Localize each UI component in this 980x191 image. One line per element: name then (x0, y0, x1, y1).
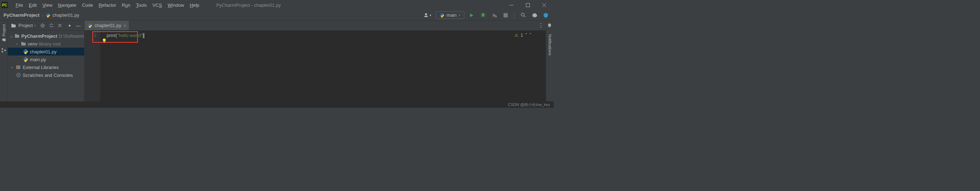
breadcrumb: PyCharmProject › chapter01.py (3, 13, 79, 18)
tab-label: chapter01.py (94, 23, 121, 28)
menu-code[interactable]: Code (79, 1, 96, 9)
tree-venv-folder[interactable]: venv library root (8, 40, 84, 48)
tree-node-label: main.py (30, 57, 46, 62)
expand-all-button[interactable] (48, 22, 54, 29)
search-everywhere-button[interactable] (519, 11, 527, 19)
python-file-icon (23, 57, 29, 62)
intention-bulb-icon[interactable]: 💡 (102, 38, 107, 43)
panel-settings-button[interactable] (67, 22, 73, 29)
python-file-icon (88, 23, 92, 28)
editor-body: 1 print("hello world") 💡 ⚠ 1 ˄ ˅ (84, 30, 546, 101)
expand-arrow-icon[interactable] (10, 65, 14, 69)
expand-arrow-icon[interactable] (10, 34, 13, 38)
tree-scratches[interactable]: Scratches and Consoles (8, 71, 84, 79)
project-tool-button[interactable]: Project (2, 22, 6, 44)
notifications-icon[interactable] (547, 23, 553, 29)
svg-rect-18 (18, 65, 19, 69)
folder-icon (14, 33, 20, 39)
tree-file-chapter01[interactable]: chapter01.py (8, 48, 84, 56)
menu-file[interactable]: FFileile (13, 1, 26, 9)
run-config-label: main (447, 13, 457, 18)
stop-button[interactable] (501, 11, 510, 19)
expand-arrow-icon[interactable] (15, 42, 19, 46)
svg-rect-19 (19, 65, 20, 69)
warning-icon: ⚠ (514, 33, 519, 38)
tabs-overflow: ⋮ (538, 21, 546, 30)
minimize-button[interactable] (503, 0, 520, 10)
tab-options-button[interactable]: ⋮ (538, 22, 544, 29)
tree-node-path: D:\Software\PyCharm\PyCharmPro (59, 33, 84, 39)
close-tab-button[interactable]: × (123, 23, 126, 29)
code-token-function: print (107, 33, 116, 38)
collapse-all-button[interactable] (57, 22, 63, 29)
project-tree: PyCharmProject D:\Software\PyCharm\PyCha… (8, 30, 84, 80)
project-panel-title[interactable]: Project (19, 23, 33, 28)
svg-rect-17 (16, 65, 18, 69)
line-number: 1 (84, 33, 96, 38)
select-opened-file-button[interactable] (40, 22, 46, 29)
menu-navigate[interactable]: NNavigateavigate (55, 1, 79, 9)
settings-button[interactable] (530, 11, 539, 19)
menu-help[interactable]: HHelpelp (187, 1, 202, 9)
breadcrumb-file[interactable]: chapter01.py (52, 13, 79, 18)
svg-point-21 (18, 75, 19, 76)
svg-rect-10 (4, 50, 6, 51)
menu-tools[interactable]: TToolsools (133, 1, 150, 9)
svg-rect-9 (2, 51, 3, 53)
project-panel-header: Project ▾ — (8, 21, 84, 30)
window-controls (503, 0, 552, 10)
warning-count: 1 (520, 33, 523, 38)
project-tool-window: Project ▾ — PyCharmProject D:\Software\P… (8, 21, 84, 101)
code-editor[interactable]: print("hello world") 💡 ⚠ 1 ˄ ˅ (100, 30, 546, 101)
svg-rect-5 (503, 13, 508, 18)
main-area: Project Project ▾ — PyCharmProject (0, 21, 554, 101)
menu-run[interactable]: RuRunn (119, 1, 133, 9)
right-tool-rail: Notifications (546, 21, 554, 101)
breadcrumb-project[interactable]: PyCharmProject (3, 13, 40, 18)
text-caret (144, 33, 144, 38)
svg-rect-8 (2, 48, 3, 50)
tree-root-project[interactable]: PyCharmProject D:\Software\PyCharm\PyCha… (8, 32, 84, 40)
code-with-me-button[interactable] (541, 11, 550, 19)
menu-vcs[interactable]: VCSVCS (150, 1, 165, 9)
hide-panel-button[interactable]: — (75, 22, 81, 29)
prev-highlight-button[interactable]: ˄ (525, 33, 527, 38)
menu-refactor[interactable]: RRefactorefactor (96, 1, 119, 9)
next-highlight-button[interactable]: ˅ (530, 33, 531, 38)
svg-rect-4 (495, 16, 497, 18)
close-button[interactable] (536, 0, 552, 10)
notifications-tool-button[interactable]: Notifications (548, 33, 552, 57)
editor-area: chapter01.py × ⋮ 1 print("hello world") … (84, 21, 546, 101)
watermark-text: CSDN @帅小伙low_key (508, 102, 550, 107)
view-mode-dropdown[interactable]: ▾ (34, 24, 36, 27)
run-coverage-button[interactable] (490, 11, 498, 19)
debug-button[interactable] (479, 11, 487, 19)
tree-node-label: chapter01.py (30, 49, 57, 54)
menu-view[interactable]: VViewiew (40, 1, 55, 9)
tree-external-libraries[interactable]: External Libraries (8, 63, 84, 71)
tree-file-main[interactable]: main.py (8, 56, 84, 63)
svg-point-12 (42, 25, 43, 26)
libraries-icon (16, 64, 21, 70)
svg-point-6 (521, 13, 524, 16)
inspection-widget[interactable]: ⚠ 1 ˄ ˅ (514, 33, 531, 38)
maximize-button[interactable] (520, 0, 536, 10)
titlebar: PC FFileile EEditdit VViewiew NNavigatea… (0, 0, 554, 10)
scratches-icon (16, 72, 21, 78)
menu-edit[interactable]: EEditdit (26, 1, 40, 9)
user-menu-button[interactable]: ▾ (422, 12, 433, 19)
tree-node-label: venv (28, 41, 37, 46)
breadcrumb-separator: › (41, 13, 43, 18)
structure-tool-button[interactable] (1, 48, 7, 53)
tree-node-label: External Libraries (23, 65, 59, 70)
tree-node-label: Scratches and Consoles (23, 73, 73, 78)
menu-window[interactable]: WWindowindow (165, 1, 187, 9)
python-file-icon (46, 13, 51, 18)
editor-tab-chapter01[interactable]: chapter01.py × (84, 21, 129, 30)
run-button[interactable] (467, 11, 476, 19)
run-configuration-selector[interactable]: main ▾ (436, 11, 465, 19)
python-file-icon (23, 49, 29, 54)
tree-node-hint: library root (39, 41, 60, 46)
code-token-string: "hello world" (117, 33, 143, 38)
python-icon (439, 13, 444, 18)
